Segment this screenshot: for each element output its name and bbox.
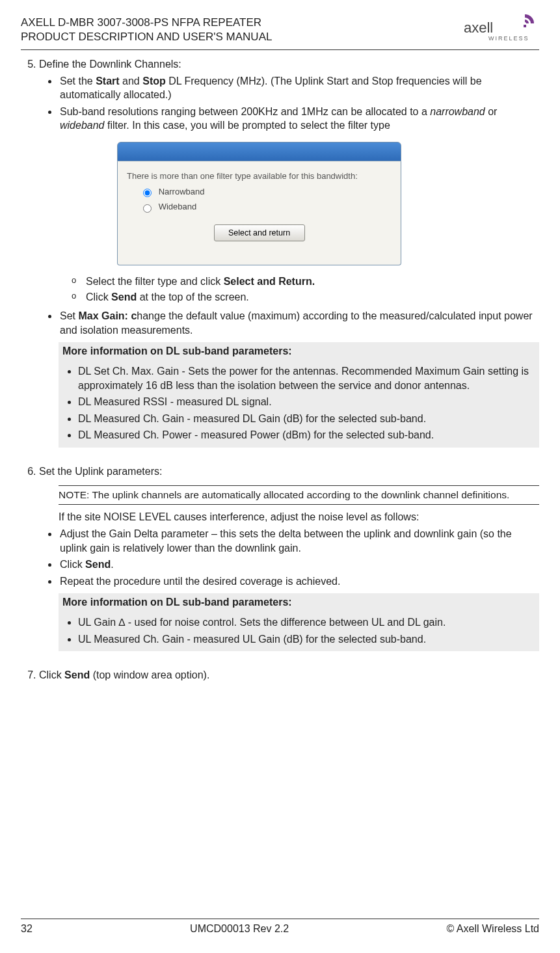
radio-narrowband-label: Narrowband (159, 187, 205, 196)
step7-text: Click Send (top window area option). (39, 669, 209, 680)
step-7: Click Send (top window area option). (39, 668, 539, 682)
dialog-message: There is more than one filter type avail… (127, 170, 392, 182)
step6-bullet-3: Repeat the procedure until the desired c… (59, 574, 539, 589)
step6-para: If the site NOISE LEVEL causes interfere… (59, 510, 539, 524)
step5-sub2: Click Send at the top of the screen. (86, 291, 249, 302)
step5-info-header: More information on DL sub-band paramete… (59, 342, 539, 360)
footer-copy: © Axell Wireless Ltd (447, 923, 540, 935)
step6-info-header: More information on DL sub-band paramete… (59, 593, 539, 611)
footer-doc: UMCD00013 Rev 2.2 (190, 923, 289, 935)
brand-logo: axell WIRELESS (461, 12, 539, 46)
step-5: Define the Downlink Channels: Set the St… (39, 57, 539, 448)
page-header: AXELL D-MBR 3007-3008-PS NFPA REPEATER P… (21, 16, 539, 50)
dialog-titlebar (117, 142, 401, 161)
step5-bullet-2: Sub-band resolutions ranging between 200… (59, 105, 539, 133)
page-footer: 32 UMCD00013 Rev 2.2 © Axell Wireless Lt… (21, 919, 539, 935)
step6-info-1: UL Gain ∆ - used for noise control. Sets… (78, 615, 535, 630)
step6-title: Set the Uplink parameters: (39, 466, 162, 477)
step-6: Set the Uplink parameters: NOTE: The upl… (39, 464, 539, 651)
radio-wideband[interactable] (143, 204, 152, 213)
step5-info-1: DL Set Ch. Max. Gain - Sets the power fo… (78, 364, 535, 392)
sub-bullet-icon: o (72, 290, 86, 302)
step5-info-box: DL Set Ch. Max. Gain - Sets the power fo… (59, 360, 539, 448)
step5-info-4: DL Measured Ch. Power - measured Power (… (78, 428, 535, 442)
logo-text: axell (464, 20, 493, 36)
logo-sub: WIRELESS (488, 35, 529, 42)
step5-info-2: DL Measured RSSI - measured DL signal. (78, 395, 535, 409)
step6-bullet-1: Adjust the Gain Delta parameter – this s… (59, 527, 539, 555)
step6-info-2: UL Measured Ch. Gain - measured UL Gain … (78, 632, 535, 647)
step6-bullet-2: Click Send. (59, 557, 539, 572)
step5-bullet-1: Set the Start and Stop DL Frequency (MHz… (59, 74, 539, 102)
radio-wideband-label: Wideband (159, 202, 197, 211)
sub-bullet-icon: o (72, 275, 86, 286)
filter-type-dialog: There is more than one filter type avail… (117, 142, 401, 265)
step5-info-3: DL Measured Ch. Gain - measured DL Gain … (78, 412, 535, 426)
step6-note: NOTE: The uplink channels are automatica… (59, 485, 539, 505)
svg-rect-0 (524, 25, 526, 27)
step5-title: Define the Downlink Channels: (39, 59, 181, 70)
page-body: Define the Downlink Channels: Set the St… (21, 57, 539, 691)
step5-sub1: Select the filter type and click Select … (86, 276, 315, 287)
step5-bullet-3: Set Max Gain: change the default value (… (59, 309, 539, 337)
step6-info-box: UL Gain ∆ - used for noise control. Sets… (59, 611, 539, 651)
footer-page: 32 (21, 923, 33, 935)
radio-narrowband[interactable] (143, 189, 152, 197)
select-and-return-button[interactable]: Select and return (214, 224, 305, 241)
